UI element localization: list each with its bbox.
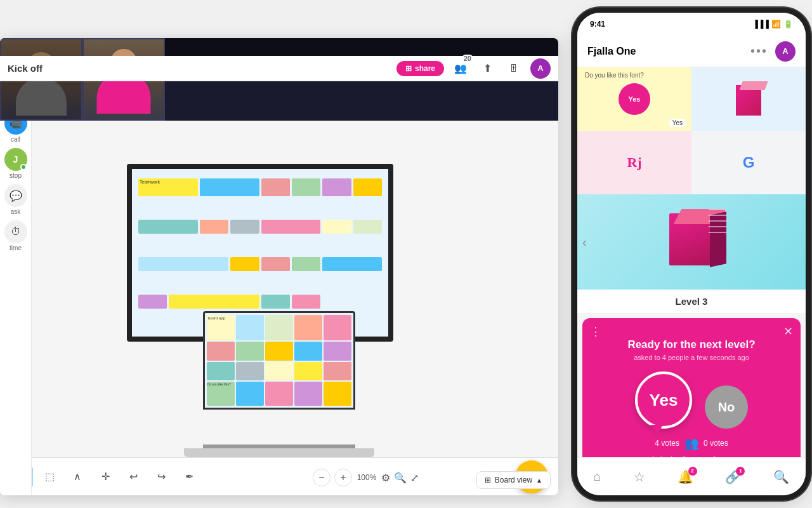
mobile-content-area[interactable]: Yes Do you like this font? Yes Rj — [577, 67, 806, 457]
sticky-note — [292, 257, 320, 271]
poll-options: Yes No — [593, 371, 790, 429]
board-canvas: Teamwork — [0, 81, 558, 457]
share-label: share — [415, 64, 435, 73]
nav-links[interactable]: 🔗 1 — [725, 469, 741, 485]
user-avatar: J — [4, 148, 27, 171]
laptop-sticky — [207, 362, 235, 381]
laptop-sticky — [324, 315, 351, 340]
grid-item-poll[interactable]: Yes Do you like this font? Yes — [577, 67, 691, 131]
grid-item-3d[interactable] — [691, 67, 806, 131]
sticky-note — [200, 220, 228, 234]
yes-votes: 4 votes — [655, 439, 679, 448]
plus-icon: + — [340, 472, 346, 483]
level-prev-button[interactable]: ‹ — [582, 235, 587, 250]
sticky-note — [322, 178, 351, 196]
battery-icon: 🔋 — [783, 20, 793, 29]
notification-badge: 2 — [688, 467, 697, 476]
search-nav-icon: 🔍 — [773, 469, 789, 485]
bottom-toolbar: ▶ ⬚ ∧ ✛ ↩ ↪ ✒ + − + 100% — [0, 457, 558, 495]
text-thumbnail: Rj — [577, 131, 691, 194]
mobile-bottom-nav: ⌂ ☆ 🔔 2 🔗 1 🔍 — [577, 457, 806, 495]
link-badge: 1 — [736, 467, 745, 476]
fullscreen-icon[interactable]: ⤢ — [410, 472, 419, 484]
laptop-sticky — [265, 362, 293, 381]
sticky-note — [322, 257, 382, 271]
video-call-bar: 📷 🎤 🖥 ⚙ ✕ Kick off ⊞ share 👥 20 — [0, 38, 558, 121]
chevron-up-icon: ▲ — [536, 477, 542, 484]
sticky-note — [138, 257, 228, 271]
zoom-out-button[interactable]: − — [313, 469, 331, 486]
ask-icon: 💬 — [4, 184, 27, 207]
laptop-sticky — [265, 315, 293, 340]
mobile-status-icons: ▐▐▐ 📶 🔋 — [752, 20, 793, 29]
laptop-sticky: board app — [207, 315, 235, 340]
move-icon: ✛ — [102, 471, 110, 483]
search-zoom-icon[interactable]: 🔍 — [394, 472, 407, 484]
laptop-sticky — [294, 315, 322, 340]
poll-no-button[interactable]: No — [705, 385, 748, 429]
level-visual — [653, 204, 730, 280]
laptop-sticky — [236, 382, 264, 406]
laptop-base — [184, 448, 374, 457]
sticky-note — [353, 178, 382, 196]
sidebar-ask-button[interactable]: 💬 ask — [4, 184, 27, 215]
participants-button[interactable]: 👥 20 — [450, 58, 471, 79]
sidebar-time-button[interactable]: ⏱ time — [4, 220, 27, 251]
settings-zoom-icon[interactable]: ⚙ — [381, 472, 390, 484]
nav-notifications[interactable]: 🔔 2 — [678, 469, 693, 485]
sticky-note — [230, 257, 259, 271]
sticky-note — [138, 220, 198, 234]
upload-button[interactable]: ⬆ — [477, 58, 497, 79]
poll-yes-button[interactable]: Yes — [635, 371, 692, 429]
laptop-sticky — [207, 342, 235, 361]
laptop-sticky — [265, 342, 293, 361]
grid-item-text[interactable]: Rj — [577, 131, 691, 194]
laptop-sticky — [294, 382, 322, 406]
move-tool[interactable]: ✛ — [94, 465, 117, 488]
mobile-more-button[interactable]: ••• — [750, 44, 768, 58]
sidebar-stop-button[interactable]: J stop — [4, 148, 27, 179]
nav-home[interactable]: ⌂ — [593, 469, 601, 484]
undo-icon: ↩ — [129, 471, 138, 483]
participants-count: 20 — [462, 55, 473, 62]
laptop-sticky — [324, 382, 351, 406]
redo-tool[interactable]: ↪ — [150, 465, 173, 488]
no-label: No — [718, 400, 735, 415]
redo-icon: ↪ — [157, 471, 166, 483]
sticky-note — [138, 295, 167, 309]
laptop-sticky — [236, 315, 264, 340]
online-indicator — [20, 164, 27, 170]
selection-tool[interactable]: ⬚ — [38, 465, 61, 488]
chevron-up-tool[interactable]: ∧ — [66, 465, 89, 488]
poll-card: ⋮ ✕ Ready for the next level? asked to 4… — [582, 318, 801, 457]
selection-icon: ⬚ — [45, 471, 55, 483]
sticky-note — [322, 220, 351, 234]
view-label: Board view — [495, 476, 532, 485]
nav-star[interactable]: ☆ — [634, 469, 645, 485]
zoom-in-button[interactable]: + — [334, 469, 352, 486]
star-icon: ☆ — [634, 469, 645, 485]
laptop-sticky — [324, 362, 351, 381]
share-button[interactable]: ⊞ share — [396, 61, 444, 76]
mobile-app-title: Fjalla One — [587, 46, 743, 57]
chevron-up-icon: ∧ — [74, 471, 81, 483]
pen-tool[interactable]: ✒ — [178, 465, 200, 488]
nav-search[interactable]: 🔍 — [773, 469, 789, 485]
minus-icon: − — [318, 472, 324, 483]
mobile-image-grid: Yes Do you like this font? Yes Rj — [577, 67, 806, 194]
view-selector[interactable]: ⊞ Board view ▲ — [476, 471, 551, 489]
poll-thumb-label: Do you like this font? — [582, 71, 646, 79]
laptop-sticky — [324, 342, 351, 361]
undo-tool[interactable]: ↩ — [122, 465, 145, 488]
participants-icon: 👥 — [454, 62, 467, 74]
grid-item-google[interactable]: G — [691, 131, 806, 194]
poll-menu-icon[interactable]: ⋮ — [590, 324, 601, 338]
stop-label: stop — [10, 172, 22, 179]
poll-close-button[interactable]: ✕ — [783, 324, 793, 338]
laptop-screen: board app Do you like this? — [203, 311, 355, 410]
laptop-sticky — [265, 382, 293, 406]
toolbar-settings-button[interactable]: 🎚 — [504, 58, 524, 79]
laptop-sticky: Do you like this? — [207, 382, 235, 406]
poll-subtitle: asked to 4 people a few seconds ago — [593, 354, 790, 361]
yes-label: Yes — [650, 391, 678, 410]
